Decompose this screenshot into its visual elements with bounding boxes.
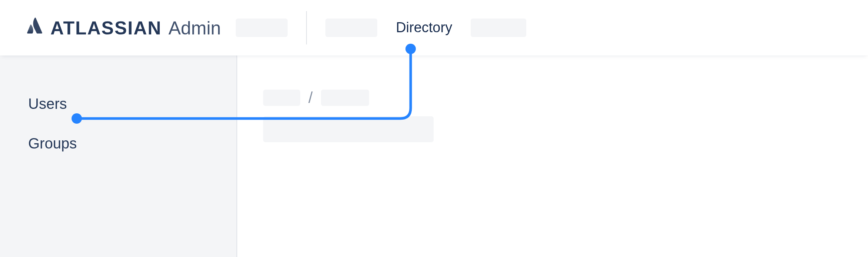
sidebar: Users Groups	[0, 56, 237, 257]
nav-separator	[306, 11, 307, 44]
nav-item-placeholder[interactable]	[325, 19, 377, 37]
breadcrumb-placeholder[interactable]	[263, 90, 300, 106]
brand-name: ATLASSIAN	[50, 17, 162, 39]
brand[interactable]: ATLASSIAN Admin	[26, 17, 221, 39]
main-content: /	[237, 56, 868, 257]
breadcrumb: /	[263, 89, 868, 107]
breadcrumb-placeholder[interactable]	[321, 90, 369, 106]
nav-item-placeholder[interactable]	[471, 19, 526, 37]
atlassian-logo-icon	[26, 17, 44, 34]
brand-suffix: Admin	[168, 17, 221, 39]
breadcrumb-separator: /	[308, 89, 313, 107]
page-body: Users Groups /	[0, 56, 868, 257]
nav-item-directory[interactable]: Directory	[392, 17, 456, 38]
sidebar-item-groups[interactable]: Groups	[26, 128, 214, 158]
nav-item-placeholder[interactable]	[236, 19, 288, 37]
topbar: ATLASSIAN Admin Directory	[0, 0, 868, 56]
sidebar-item-users[interactable]: Users	[26, 89, 214, 119]
page-title-placeholder	[263, 116, 434, 142]
